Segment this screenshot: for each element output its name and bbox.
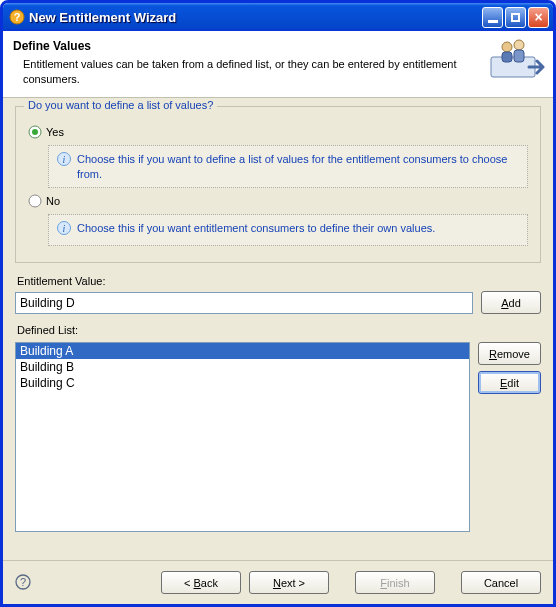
banner-description: Entitlement values can be taken from a d… bbox=[13, 57, 543, 87]
hint-no: i Choose this if you want entitlement co… bbox=[48, 214, 528, 246]
finish-button: Finish bbox=[355, 571, 435, 594]
edit-button[interactable]: Edit bbox=[478, 371, 541, 394]
svg-text:?: ? bbox=[14, 11, 21, 23]
banner: Define Values Entitlement values can be … bbox=[3, 31, 553, 98]
svg-point-11 bbox=[29, 195, 41, 207]
cancel-button[interactable]: Cancel bbox=[461, 571, 541, 594]
hint-yes-text: Choose this if you want to define a list… bbox=[77, 152, 519, 182]
add-button-label-rest: dd bbox=[509, 297, 521, 309]
list-item[interactable]: Building A bbox=[16, 343, 469, 359]
values-group: Do you want to define a list of values? … bbox=[15, 106, 541, 264]
entitlement-value-input[interactable] bbox=[15, 292, 473, 314]
banner-icon bbox=[489, 37, 545, 83]
svg-text:i: i bbox=[63, 154, 66, 165]
svg-point-8 bbox=[32, 129, 38, 135]
close-button[interactable]: × bbox=[528, 7, 549, 28]
maximize-button[interactable] bbox=[505, 7, 526, 28]
radio-yes-label: Yes bbox=[46, 126, 64, 138]
help-button[interactable]: ? bbox=[15, 574, 31, 592]
svg-text:?: ? bbox=[20, 576, 26, 588]
defined-list-area: Building ABuilding BBuilding C Remove Ed… bbox=[15, 342, 541, 556]
add-button[interactable]: Add bbox=[481, 291, 541, 314]
radio-no-label: No bbox=[46, 195, 60, 207]
remove-button[interactable]: Remove bbox=[478, 342, 541, 365]
info-icon: i bbox=[57, 152, 71, 182]
defined-list-box[interactable]: Building ABuilding BBuilding C bbox=[15, 342, 470, 532]
svg-point-3 bbox=[502, 42, 512, 52]
radio-yes-icon bbox=[28, 125, 42, 139]
svg-rect-6 bbox=[514, 50, 524, 62]
svg-text:i: i bbox=[63, 223, 66, 234]
back-button[interactable]: < Back bbox=[161, 571, 241, 594]
list-item[interactable]: Building B bbox=[16, 359, 469, 375]
footer: ? < Back Next > Finish Cancel bbox=[3, 560, 553, 604]
window-title: New Entitlement Wizard bbox=[29, 10, 482, 25]
wizard-icon: ? bbox=[9, 9, 25, 25]
radio-no[interactable]: No bbox=[28, 194, 530, 208]
hint-no-text: Choose this if you want entitlement cons… bbox=[77, 221, 435, 239]
list-item[interactable]: Building C bbox=[16, 375, 469, 391]
dialog-window: ? New Entitlement Wizard × Define Values… bbox=[0, 0, 556, 607]
radio-yes[interactable]: Yes bbox=[28, 125, 530, 139]
window-buttons: × bbox=[482, 7, 549, 28]
titlebar: ? New Entitlement Wizard × bbox=[3, 3, 553, 31]
entitlement-value-row: Add bbox=[15, 291, 541, 314]
info-icon: i bbox=[57, 221, 71, 239]
content-area: Do you want to define a list of values? … bbox=[3, 98, 553, 560]
minimize-button[interactable] bbox=[482, 7, 503, 28]
svg-point-5 bbox=[514, 40, 524, 50]
banner-heading: Define Values bbox=[13, 39, 543, 53]
radio-no-icon bbox=[28, 194, 42, 208]
svg-rect-4 bbox=[502, 52, 512, 62]
next-button[interactable]: Next > bbox=[249, 571, 329, 594]
list-side-buttons: Remove Edit bbox=[478, 342, 541, 556]
entitlement-value-label: Entitlement Value: bbox=[17, 275, 541, 287]
hint-yes: i Choose this if you want to define a li… bbox=[48, 145, 528, 189]
group-legend: Do you want to define a list of values? bbox=[24, 99, 217, 111]
defined-list-label: Defined List: bbox=[17, 324, 541, 336]
